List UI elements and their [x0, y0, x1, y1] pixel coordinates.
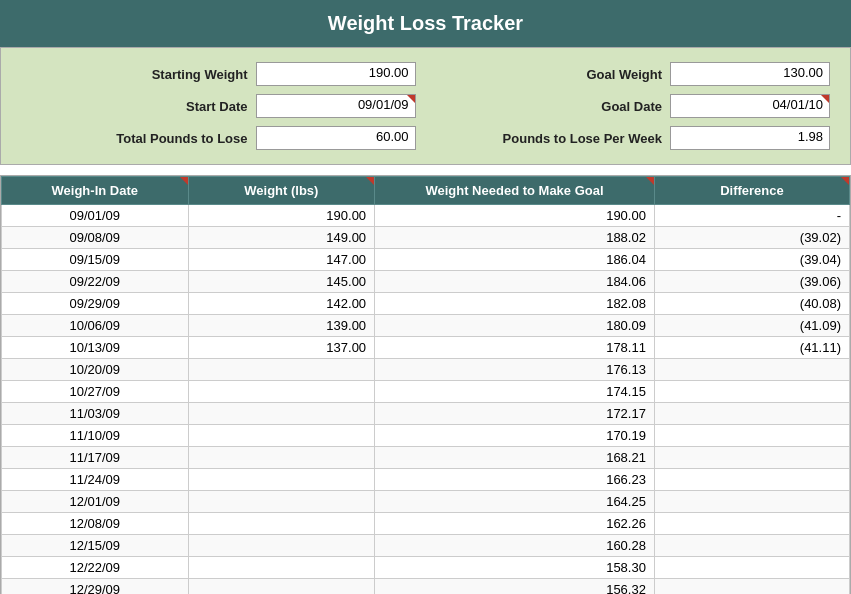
- pounds-per-week-label: Pounds to Lose Per Week: [503, 131, 662, 146]
- cell-diff: [654, 557, 849, 579]
- cell-diff: [654, 491, 849, 513]
- cell-weight[interactable]: [188, 425, 375, 447]
- cell-weight[interactable]: 139.00: [188, 315, 375, 337]
- cell-needed: 188.02: [375, 227, 655, 249]
- table-row: 09/22/09145.00184.06(39.06): [2, 271, 850, 293]
- cell-needed: 182.08: [375, 293, 655, 315]
- cell-diff: [654, 469, 849, 491]
- table-row: 10/20/09176.13: [2, 359, 850, 381]
- cell-diff: [654, 447, 849, 469]
- cell-weight[interactable]: [188, 381, 375, 403]
- cell-needed: 158.30: [375, 557, 655, 579]
- right-fields: Goal Weight 130.00 Goal Date 04/01/10 P: [436, 58, 831, 154]
- cell-needed: 184.06: [375, 271, 655, 293]
- cell-diff: [654, 359, 849, 381]
- start-date-input[interactable]: 09/01/09: [256, 94, 416, 118]
- cell-date: 09/08/09: [2, 227, 189, 249]
- cell-weight[interactable]: [188, 557, 375, 579]
- cell-diff: [654, 425, 849, 447]
- table-row: 10/13/09137.00178.11(41.11): [2, 337, 850, 359]
- goal-weight-label: Goal Weight: [532, 67, 662, 82]
- cell-needed: 180.09: [375, 315, 655, 337]
- start-date-label: Start Date: [118, 99, 248, 114]
- cell-date: 11/17/09: [2, 447, 189, 469]
- goal-date-row: Goal Date 04/01/10: [436, 90, 831, 122]
- cell-weight[interactable]: 149.00: [188, 227, 375, 249]
- goal-weight-row: Goal Weight 130.00: [436, 58, 831, 90]
- cell-needed: 172.17: [375, 403, 655, 425]
- cell-needed: 164.25: [375, 491, 655, 513]
- cell-weight[interactable]: [188, 513, 375, 535]
- cell-weight[interactable]: [188, 359, 375, 381]
- cell-weight[interactable]: [188, 469, 375, 491]
- col-header-needed: Weight Needed to Make Goal: [375, 177, 655, 205]
- cell-diff: [654, 535, 849, 557]
- cell-needed: 162.26: [375, 513, 655, 535]
- cell-needed: 170.19: [375, 425, 655, 447]
- starting-weight-wrapper: 190.00: [256, 62, 416, 86]
- table-row: 09/15/09147.00186.04(39.04): [2, 249, 850, 271]
- cell-weight[interactable]: 190.00: [188, 205, 375, 227]
- cell-date: 09/22/09: [2, 271, 189, 293]
- cell-date: 10/06/09: [2, 315, 189, 337]
- pounds-per-week-row: Pounds to Lose Per Week 1.98: [436, 122, 831, 154]
- cell-date: 11/03/09: [2, 403, 189, 425]
- fields-grid: Starting Weight 190.00 Start Date 09/01/…: [21, 58, 830, 154]
- table-row: 12/01/09164.25: [2, 491, 850, 513]
- cell-date: 11/24/09: [2, 469, 189, 491]
- table-row: 11/03/09172.17: [2, 403, 850, 425]
- total-pounds-label: Total Pounds to Lose: [116, 131, 247, 146]
- cell-needed: 160.28: [375, 535, 655, 557]
- table-row: 09/01/09190.00190.00-: [2, 205, 850, 227]
- cell-weight[interactable]: [188, 403, 375, 425]
- cell-needed: 190.00: [375, 205, 655, 227]
- cell-date: 12/01/09: [2, 491, 189, 513]
- cell-date: 12/08/09: [2, 513, 189, 535]
- cell-weight[interactable]: [188, 579, 375, 595]
- cell-needed: 174.15: [375, 381, 655, 403]
- cell-weight[interactable]: 145.00: [188, 271, 375, 293]
- cell-diff: (39.02): [654, 227, 849, 249]
- cell-weight[interactable]: [188, 447, 375, 469]
- cell-weight[interactable]: 137.00: [188, 337, 375, 359]
- goal-weight-input[interactable]: 130.00: [670, 62, 830, 86]
- left-fields: Starting Weight 190.00 Start Date 09/01/…: [21, 58, 416, 154]
- cell-weight[interactable]: 142.00: [188, 293, 375, 315]
- cell-date: 09/29/09: [2, 293, 189, 315]
- col-header-date: Weigh-In Date: [2, 177, 189, 205]
- table-row: 12/22/09158.30: [2, 557, 850, 579]
- starting-weight-input[interactable]: 190.00: [256, 62, 416, 86]
- start-date-wrapper: 09/01/09: [256, 94, 416, 118]
- cell-diff: [654, 513, 849, 535]
- cell-diff: [654, 381, 849, 403]
- table-row: 11/24/09166.23: [2, 469, 850, 491]
- corner-marker-2: [821, 95, 829, 103]
- cell-date: 09/15/09: [2, 249, 189, 271]
- total-pounds-input[interactable]: 60.00: [256, 126, 416, 150]
- cell-date: 10/13/09: [2, 337, 189, 359]
- cell-diff: -: [654, 205, 849, 227]
- goal-date-input[interactable]: 04/01/10: [670, 94, 830, 118]
- top-section: Starting Weight 190.00 Start Date 09/01/…: [0, 47, 851, 165]
- cell-weight[interactable]: 147.00: [188, 249, 375, 271]
- cell-date: 10/27/09: [2, 381, 189, 403]
- col-header-weight: Weight (lbs): [188, 177, 375, 205]
- weight-table: Weigh-In Date Weight (lbs) Weight Needed…: [1, 176, 850, 594]
- cell-diff: [654, 403, 849, 425]
- table-row: 11/10/09170.19: [2, 425, 850, 447]
- cell-needed: 168.21: [375, 447, 655, 469]
- cell-diff: (39.04): [654, 249, 849, 271]
- cell-diff: (40.08): [654, 293, 849, 315]
- cell-diff: [654, 579, 849, 595]
- cell-needed: 186.04: [375, 249, 655, 271]
- table-row: 09/08/09149.00188.02(39.02): [2, 227, 850, 249]
- table-row: 12/08/09162.26: [2, 513, 850, 535]
- cell-weight[interactable]: [188, 535, 375, 557]
- starting-weight-row: Starting Weight 190.00: [21, 58, 416, 90]
- pounds-per-week-input[interactable]: 1.98: [670, 126, 830, 150]
- cell-weight[interactable]: [188, 491, 375, 513]
- cell-date: 12/29/09: [2, 579, 189, 595]
- cell-needed: 176.13: [375, 359, 655, 381]
- goal-date-label: Goal Date: [532, 99, 662, 114]
- cell-diff: (41.09): [654, 315, 849, 337]
